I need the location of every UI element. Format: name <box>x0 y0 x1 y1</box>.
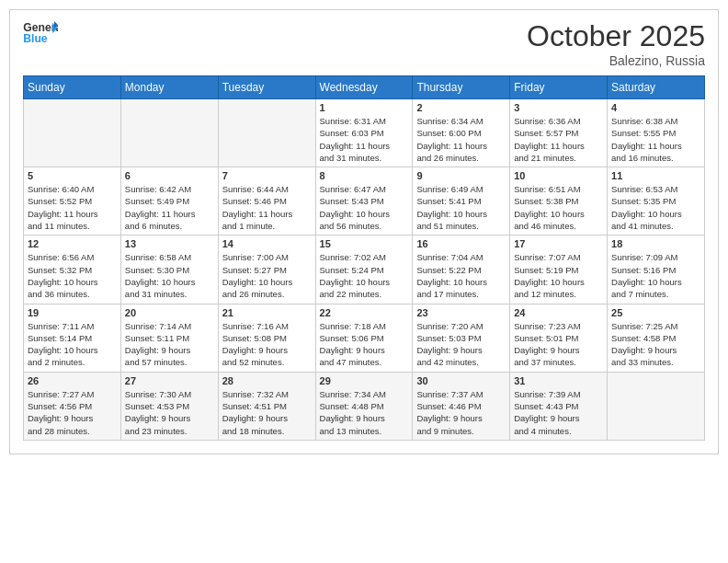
day-number: 1 <box>320 102 409 113</box>
day-number: 27 <box>125 375 214 386</box>
day-info: Sunrise: 6:42 AM Sunset: 5:49 PM Dayligh… <box>125 183 214 232</box>
table-row: 19Sunrise: 7:11 AM Sunset: 5:14 PM Dayli… <box>24 304 121 372</box>
table-row <box>24 99 121 167</box>
day-info: Sunrise: 7:16 AM Sunset: 5:08 PM Dayligh… <box>222 320 312 369</box>
day-number: 12 <box>28 238 117 249</box>
day-info: Sunrise: 6:51 AM Sunset: 5:38 PM Dayligh… <box>514 183 603 232</box>
calendar-week-row: 1Sunrise: 6:31 AM Sunset: 6:03 PM Daylig… <box>24 99 705 167</box>
calendar-week-row: 5Sunrise: 6:40 AM Sunset: 5:52 PM Daylig… <box>24 167 705 236</box>
day-number: 7 <box>222 170 312 181</box>
day-number: 5 <box>28 170 117 181</box>
location: Balezino, Russia <box>527 53 705 68</box>
day-info: Sunrise: 6:31 AM Sunset: 6:03 PM Dayligh… <box>320 115 409 164</box>
day-number: 28 <box>222 375 312 386</box>
header-friday: Friday <box>510 76 608 99</box>
day-number: 29 <box>320 375 409 386</box>
header-sunday: Sunday <box>24 76 121 99</box>
day-number: 15 <box>320 238 409 249</box>
weekday-header-row: Sunday Monday Tuesday Wednesday Thursday… <box>24 76 705 99</box>
day-info: Sunrise: 7:23 AM Sunset: 5:01 PM Dayligh… <box>514 320 603 369</box>
table-row: 1Sunrise: 6:31 AM Sunset: 6:03 PM Daylig… <box>315 99 413 167</box>
day-number: 30 <box>416 375 506 386</box>
table-row: 11Sunrise: 6:53 AM Sunset: 5:35 PM Dayli… <box>608 167 705 236</box>
header-tuesday: Tuesday <box>218 76 315 99</box>
table-row <box>218 99 315 167</box>
table-row: 9Sunrise: 6:49 AM Sunset: 5:41 PM Daylig… <box>413 167 510 236</box>
day-number: 21 <box>222 307 312 318</box>
table-row: 31Sunrise: 7:39 AM Sunset: 4:43 PM Dayli… <box>510 372 608 440</box>
day-number: 3 <box>514 102 603 113</box>
day-number: 6 <box>125 170 214 181</box>
table-row: 25Sunrise: 7:25 AM Sunset: 4:58 PM Dayli… <box>608 304 705 372</box>
day-info: Sunrise: 7:32 AM Sunset: 4:51 PM Dayligh… <box>222 388 312 437</box>
day-number: 4 <box>611 102 700 113</box>
table-row: 20Sunrise: 7:14 AM Sunset: 5:11 PM Dayli… <box>120 304 218 372</box>
calendar-week-row: 26Sunrise: 7:27 AM Sunset: 4:56 PM Dayli… <box>24 372 705 440</box>
table-row: 18Sunrise: 7:09 AM Sunset: 5:16 PM Dayli… <box>608 236 705 304</box>
table-row: 10Sunrise: 6:51 AM Sunset: 5:38 PM Dayli… <box>510 167 608 236</box>
calendar-table: Sunday Monday Tuesday Wednesday Thursday… <box>23 75 705 441</box>
day-info: Sunrise: 7:09 AM Sunset: 5:16 PM Dayligh… <box>611 251 700 300</box>
table-row: 5Sunrise: 6:40 AM Sunset: 5:52 PM Daylig… <box>24 167 121 236</box>
table-row: 30Sunrise: 7:37 AM Sunset: 4:46 PM Dayli… <box>413 372 510 440</box>
header-thursday: Thursday <box>413 76 510 99</box>
table-row: 29Sunrise: 7:34 AM Sunset: 4:48 PM Dayli… <box>315 372 413 440</box>
day-number: 24 <box>514 307 603 318</box>
day-info: Sunrise: 7:27 AM Sunset: 4:56 PM Dayligh… <box>28 388 117 437</box>
day-info: Sunrise: 6:36 AM Sunset: 5:57 PM Dayligh… <box>514 115 603 164</box>
table-row: 27Sunrise: 7:30 AM Sunset: 4:53 PM Dayli… <box>120 372 218 440</box>
day-info: Sunrise: 6:44 AM Sunset: 5:46 PM Dayligh… <box>222 183 312 232</box>
svg-text:Blue: Blue <box>23 32 48 45</box>
day-info: Sunrise: 6:38 AM Sunset: 5:55 PM Dayligh… <box>611 115 700 164</box>
day-number: 17 <box>514 238 603 249</box>
day-info: Sunrise: 7:34 AM Sunset: 4:48 PM Dayligh… <box>320 388 409 437</box>
day-info: Sunrise: 6:58 AM Sunset: 5:30 PM Dayligh… <box>125 251 214 300</box>
day-info: Sunrise: 7:39 AM Sunset: 4:43 PM Dayligh… <box>514 388 603 437</box>
day-info: Sunrise: 6:47 AM Sunset: 5:43 PM Dayligh… <box>320 183 409 232</box>
table-row: 2Sunrise: 6:34 AM Sunset: 6:00 PM Daylig… <box>413 99 510 167</box>
table-row: 13Sunrise: 6:58 AM Sunset: 5:30 PM Dayli… <box>120 236 218 304</box>
day-number: 25 <box>611 307 700 318</box>
table-row <box>608 372 705 440</box>
table-row: 8Sunrise: 6:47 AM Sunset: 5:43 PM Daylig… <box>315 167 413 236</box>
day-info: Sunrise: 7:07 AM Sunset: 5:19 PM Dayligh… <box>514 251 603 300</box>
day-number: 23 <box>416 307 506 318</box>
table-row <box>120 99 218 167</box>
calendar-page: General Blue October 2025 Balezino, Russ… <box>9 9 719 454</box>
calendar-week-row: 12Sunrise: 6:56 AM Sunset: 5:32 PM Dayli… <box>24 236 705 304</box>
day-info: Sunrise: 7:00 AM Sunset: 5:27 PM Dayligh… <box>222 251 312 300</box>
table-row: 17Sunrise: 7:07 AM Sunset: 5:19 PM Dayli… <box>510 236 608 304</box>
table-row: 26Sunrise: 7:27 AM Sunset: 4:56 PM Dayli… <box>24 372 121 440</box>
day-info: Sunrise: 6:49 AM Sunset: 5:41 PM Dayligh… <box>416 183 506 232</box>
table-row: 15Sunrise: 7:02 AM Sunset: 5:24 PM Dayli… <box>315 236 413 304</box>
header-saturday: Saturday <box>608 76 705 99</box>
day-info: Sunrise: 6:34 AM Sunset: 6:00 PM Dayligh… <box>416 115 506 164</box>
day-info: Sunrise: 7:04 AM Sunset: 5:22 PM Dayligh… <box>416 251 506 300</box>
day-info: Sunrise: 7:02 AM Sunset: 5:24 PM Dayligh… <box>320 251 409 300</box>
table-row: 21Sunrise: 7:16 AM Sunset: 5:08 PM Dayli… <box>218 304 315 372</box>
table-row: 22Sunrise: 7:18 AM Sunset: 5:06 PM Dayli… <box>315 304 413 372</box>
logo-icon: General Blue <box>23 19 58 47</box>
table-row: 28Sunrise: 7:32 AM Sunset: 4:51 PM Dayli… <box>218 372 315 440</box>
day-number: 18 <box>611 238 700 249</box>
table-row: 4Sunrise: 6:38 AM Sunset: 5:55 PM Daylig… <box>608 99 705 167</box>
day-number: 20 <box>125 307 214 318</box>
day-number: 13 <box>125 238 214 249</box>
table-row: 16Sunrise: 7:04 AM Sunset: 5:22 PM Dayli… <box>413 236 510 304</box>
table-row: 12Sunrise: 6:56 AM Sunset: 5:32 PM Dayli… <box>24 236 121 304</box>
day-info: Sunrise: 7:20 AM Sunset: 5:03 PM Dayligh… <box>416 320 506 369</box>
day-info: Sunrise: 7:30 AM Sunset: 4:53 PM Dayligh… <box>125 388 214 437</box>
day-number: 8 <box>320 170 409 181</box>
day-number: 16 <box>416 238 506 249</box>
day-number: 31 <box>514 375 603 386</box>
day-number: 14 <box>222 238 312 249</box>
calendar-week-row: 19Sunrise: 7:11 AM Sunset: 5:14 PM Dayli… <box>24 304 705 372</box>
day-info: Sunrise: 7:25 AM Sunset: 4:58 PM Dayligh… <box>611 320 700 369</box>
day-number: 11 <box>611 170 700 181</box>
day-number: 2 <box>416 102 506 113</box>
day-info: Sunrise: 7:37 AM Sunset: 4:46 PM Dayligh… <box>416 388 506 437</box>
table-row: 3Sunrise: 6:36 AM Sunset: 5:57 PM Daylig… <box>510 99 608 167</box>
day-number: 9 <box>416 170 506 181</box>
day-number: 22 <box>320 307 409 318</box>
day-info: Sunrise: 6:40 AM Sunset: 5:52 PM Dayligh… <box>28 183 117 232</box>
